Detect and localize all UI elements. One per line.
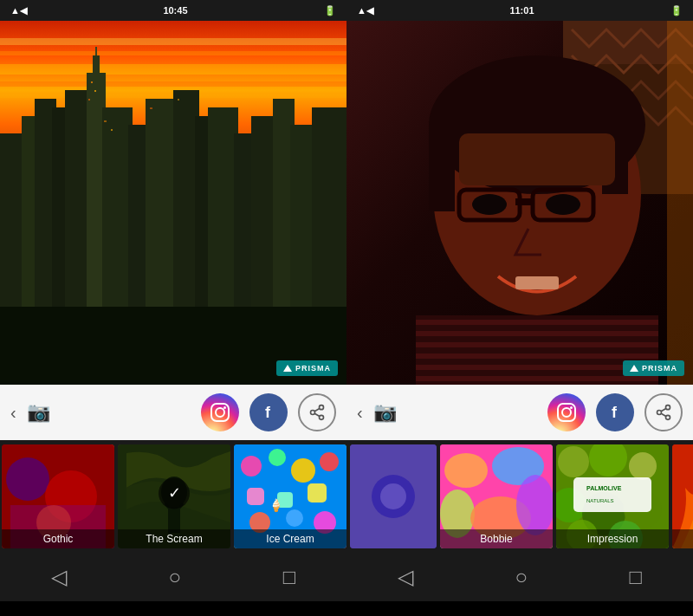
svg-point-57 <box>216 408 224 417</box>
left-time: 10:45 <box>163 5 187 16</box>
filter-item-flame[interactable]: ✓ Flame flow <box>672 444 693 548</box>
svg-rect-52 <box>416 353 658 359</box>
svg-rect-65 <box>558 404 575 421</box>
svg-rect-50 <box>416 331 658 336</box>
svg-point-96 <box>380 483 406 509</box>
svg-rect-89 <box>308 483 327 503</box>
svg-rect-3 <box>0 64 346 75</box>
svg-text:NATURALS: NATURALS <box>586 498 614 503</box>
filter-item-extra[interactable] <box>350 444 437 548</box>
svg-point-104 <box>558 446 589 477</box>
svg-rect-31 <box>150 107 152 109</box>
filter-impression-label: Impression <box>556 529 669 548</box>
left-share-button[interactable] <box>298 393 336 431</box>
filter-gothic-label: Gothic <box>2 529 114 548</box>
left-action-half: ‹ 📷 f <box>0 393 346 431</box>
svg-rect-49 <box>416 320 658 325</box>
right-action-half: ‹ 📷 f <box>346 393 693 431</box>
svg-point-83 <box>241 456 262 477</box>
right-camera-button[interactable]: 📷 <box>373 401 397 424</box>
svg-point-70 <box>657 411 662 415</box>
svg-rect-14 <box>95 47 97 55</box>
svg-rect-44 <box>515 198 533 205</box>
nav-recent-right[interactable]: □ <box>630 565 643 589</box>
nav-recent-left[interactable]: □ <box>283 565 296 589</box>
svg-point-58 <box>223 406 226 409</box>
svg-rect-39 <box>429 125 455 211</box>
right-prisma-label: PRISMA <box>642 364 677 373</box>
image-section: PRISMA <box>0 21 693 385</box>
filter-blank-thumb <box>350 444 437 548</box>
right-share-button[interactable] <box>644 393 683 431</box>
right-prisma-badge: PRISMA <box>623 360 684 376</box>
filter-bobbie-label: Bobbie <box>440 529 553 548</box>
left-facebook-button[interactable]: f <box>249 393 288 431</box>
svg-point-46 <box>546 194 580 215</box>
svg-point-75 <box>6 457 49 501</box>
right-facebook-button[interactable]: f <box>596 393 634 431</box>
filter-item-impression[interactable]: PALMOLIVE NATURALS Impression <box>556 444 669 548</box>
svg-rect-28 <box>88 99 90 101</box>
svg-rect-47 <box>515 276 559 289</box>
svg-point-45 <box>472 194 507 215</box>
svg-point-106 <box>629 452 657 480</box>
left-back-button[interactable]: ‹ <box>10 403 16 423</box>
svg-point-86 <box>320 452 339 471</box>
right-signal-icon: ▲◀ <box>357 5 373 16</box>
nav-home-right[interactable]: ○ <box>515 565 528 589</box>
svg-line-73 <box>661 408 666 411</box>
filter-strip: Gothic ✓ The Scream <box>0 440 693 553</box>
filter-scream-check: ✓ <box>159 477 190 509</box>
svg-rect-32 <box>178 99 179 101</box>
svg-rect-112 <box>573 477 651 512</box>
svg-rect-13 <box>93 55 100 73</box>
right-back-button[interactable]: ‹ <box>357 403 363 423</box>
left-image-panel: PRISMA <box>0 21 346 385</box>
prisma-triangle-left <box>283 365 292 372</box>
right-status-bar: ▲◀ 11:01 🔋 <box>346 0 693 21</box>
svg-text:f: f <box>265 404 271 421</box>
nav-back-left[interactable]: ◁ <box>51 565 67 589</box>
svg-rect-15 <box>102 107 133 315</box>
right-signal: ▲◀ <box>357 5 373 16</box>
left-prisma-label: PRISMA <box>295 364 331 373</box>
action-bar: ‹ 📷 f ‹ 📷 f <box>0 385 693 440</box>
svg-rect-27 <box>94 90 96 92</box>
filter-item-icecream[interactable]: 🍦 Ice Cream <box>234 444 346 548</box>
filter-icecream-label: Ice Cream <box>234 529 346 548</box>
left-camera-button[interactable]: 📷 <box>27 401 50 424</box>
left-instagram-button[interactable] <box>201 393 239 431</box>
svg-rect-20 <box>208 107 238 315</box>
svg-point-71 <box>666 415 670 419</box>
prisma-triangle-right <box>630 365 638 372</box>
svg-rect-48 <box>416 315 658 385</box>
svg-rect-41 <box>459 133 615 185</box>
left-battery: 🔋 <box>324 5 336 16</box>
filter-item-gothic[interactable]: Gothic <box>2 444 114 548</box>
left-status-bar: ▲◀ 10:45 🔋 <box>0 0 346 21</box>
svg-point-62 <box>320 415 324 419</box>
svg-point-61 <box>311 411 315 415</box>
left-prisma-badge: PRISMA <box>276 360 338 376</box>
svg-rect-1 <box>0 38 346 45</box>
svg-point-84 <box>269 449 286 466</box>
filter-item-scream[interactable]: ✓ The Scream <box>118 444 230 548</box>
filter-item-bobbie[interactable]: Bobbie <box>440 444 553 548</box>
filter-scream-label: The Scream <box>118 529 230 548</box>
svg-point-85 <box>291 458 315 483</box>
person-art-svg <box>346 21 693 385</box>
svg-point-102 <box>516 475 553 535</box>
svg-point-69 <box>666 405 670 410</box>
right-instagram-button[interactable] <box>547 393 586 431</box>
nav-home-left[interactable]: ○ <box>168 565 181 589</box>
city-art-svg <box>0 21 346 385</box>
dual-status-bar: ▲◀ 10:45 🔋 ▲◀ 11:01 🔋 <box>0 0 693 21</box>
svg-point-66 <box>562 408 571 417</box>
svg-text:f: f <box>612 404 618 421</box>
svg-point-98 <box>444 453 488 488</box>
nav-back-right[interactable]: ◁ <box>398 565 413 589</box>
left-signal: ▲◀ <box>10 5 27 16</box>
svg-rect-26 <box>91 81 93 83</box>
right-battery: 🔋 <box>670 5 683 16</box>
svg-line-72 <box>661 413 666 416</box>
